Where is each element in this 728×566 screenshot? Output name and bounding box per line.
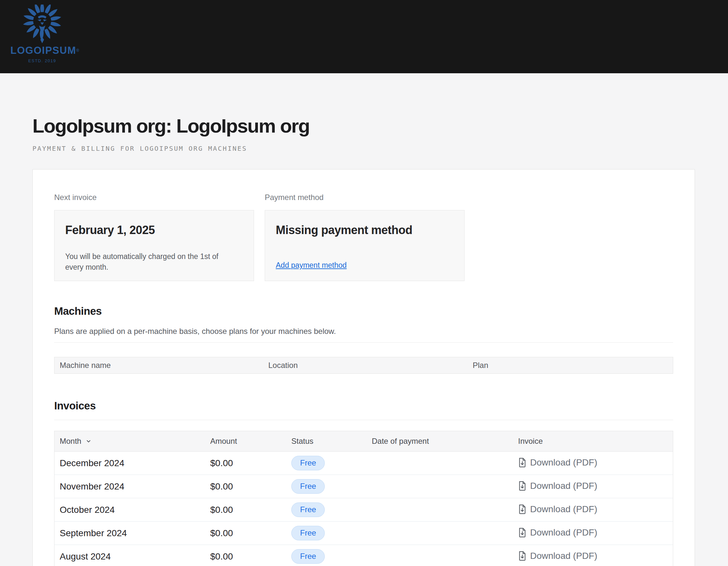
next-invoice-note: You will be automatically charged on the… [65,251,229,273]
invoice-amount: $0.00 [205,505,286,515]
file-download-icon [518,504,527,514]
next-invoice-box: February 1, 2025 You will be automatical… [54,210,254,281]
invoices-column-amount: Amount [205,437,286,446]
month-column-label: Month [60,437,81,446]
file-download-icon [518,528,527,537]
invoice-row: October 2024 $0.00 Free Download (PDF) [55,498,673,522]
invoice-month: August 2024 [55,551,205,562]
invoices-column-month[interactable]: Month [55,437,205,446]
page-subtitle: PAYMENT & BILLING FOR LOGOIPSUM ORG MACH… [32,145,695,152]
invoices-table: Month Amount Status Date of payment Invo… [54,431,673,566]
next-invoice-date: February 1, 2025 [65,223,243,237]
download-pdf-link[interactable]: Download (PDF) [518,527,597,538]
top-navigation-bar: LOGOIPSUM® ESTD. 2019 [0,0,728,73]
invoices-column-invoice: Invoice [513,437,673,446]
machines-column-location: Location [263,361,467,370]
machines-table-header: Machine name Location Plan [54,357,673,374]
payment-method-status: Missing payment method [276,223,454,237]
machines-column-machine-name: Machine name [55,361,263,370]
invoice-month: October 2024 [55,505,205,515]
invoices-divider [54,420,673,420]
status-badge: Free [291,502,325,517]
download-pdf-link[interactable]: Download (PDF) [518,457,597,468]
machines-description: Plans are applied on a per-machine basis… [54,327,673,336]
billing-card: Next invoice February 1, 2025 You will b… [32,169,695,566]
invoice-month: September 2024 [55,528,205,538]
status-badge: Free [291,456,325,470]
payment-method-section: Payment method Missing payment method Ad… [265,193,465,281]
brand-trademark: ® [76,48,79,53]
download-pdf-label: Download (PDF) [530,481,597,491]
invoice-amount: $0.00 [205,551,286,562]
invoice-row: September 2024 $0.00 Free Download (PDF) [55,522,673,545]
machines-title: Machines [54,305,673,317]
invoices-table-header: Month Amount Status Date of payment Invo… [55,431,673,452]
next-invoice-label: Next invoice [54,193,254,202]
download-pdf-link[interactable]: Download (PDF) [518,481,597,491]
invoices-column-status: Status [286,437,367,446]
download-pdf-label: Download (PDF) [530,457,597,468]
download-pdf-label: Download (PDF) [530,527,597,538]
brand-tagline: ESTD. 2019 [10,58,74,63]
invoice-month: November 2024 [55,481,205,492]
next-invoice-section: Next invoice February 1, 2025 You will b… [54,193,254,281]
invoices-column-date-of-payment: Date of payment [367,437,513,446]
page-title: LogoIpsum org: LogoIpsum org [32,116,695,136]
file-download-icon [518,551,527,561]
payment-method-box: Missing payment method Add payment metho… [265,210,465,281]
file-download-icon [518,458,527,467]
add-payment-method-link[interactable]: Add payment method [276,261,347,270]
invoice-amount: $0.00 [205,458,286,468]
status-badge: Free [291,526,325,540]
invoice-month: December 2024 [55,458,205,468]
invoice-row: August 2024 $0.00 Free Download (PDF) [55,545,673,566]
invoice-row: November 2024 $0.00 Free Download (PDF) [55,475,673,498]
download-pdf-label: Download (PDF) [530,551,597,561]
lion-logo-icon [23,5,62,45]
invoice-amount: $0.00 [205,481,286,492]
file-download-icon [518,481,527,491]
brand-name: LOGOIPSUM [10,45,76,56]
machines-column-plan: Plan [467,361,673,370]
logoipsum-logo: LOGOIPSUM® ESTD. 2019 [10,0,74,63]
machines-divider [54,342,673,343]
payment-method-label: Payment method [265,193,465,202]
invoice-row: December 2024 $0.00 Free Download (PDF) [55,452,673,475]
status-badge: Free [291,549,325,564]
invoice-amount: $0.00 [205,528,286,538]
invoices-title: Invoices [54,400,673,412]
download-pdf-label: Download (PDF) [530,504,597,514]
status-badge: Free [291,479,325,494]
download-pdf-link[interactable]: Download (PDF) [518,551,597,561]
download-pdf-link[interactable]: Download (PDF) [518,504,597,514]
chevron-down-icon[interactable] [85,438,92,444]
